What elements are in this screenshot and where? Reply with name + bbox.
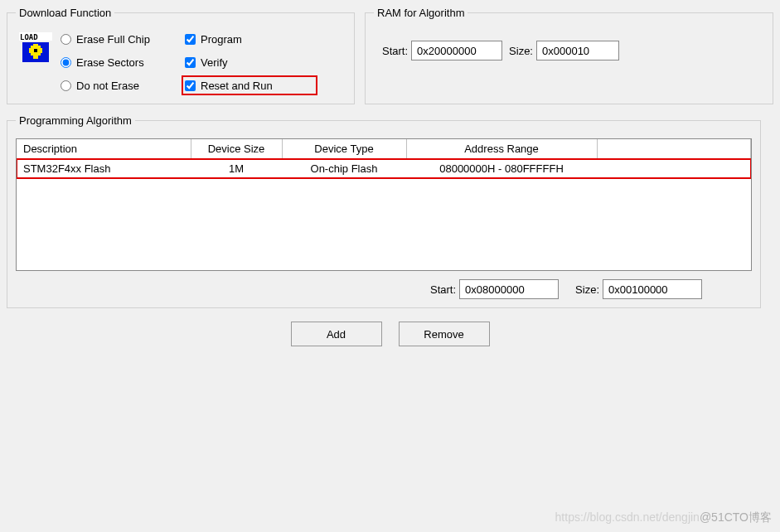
svg-rect-8	[34, 49, 37, 52]
algorithm-table-wrap: Description Device Size Device Type Addr…	[16, 138, 752, 271]
svg-rect-6	[29, 48, 32, 53]
reset-and-run-checkbox[interactable]	[185, 80, 196, 91]
ram-start-input[interactable]	[411, 41, 502, 60]
algo-start-label: Start:	[430, 283, 456, 296]
ram-size-input[interactable]	[536, 41, 619, 60]
download-function-group: Download Function LOAD Erase Full Chip	[7, 7, 355, 104]
svg-rect-7	[39, 48, 42, 53]
reset-and-run-label: Reset and Run	[201, 80, 273, 92]
programming-algorithm-group: Programming Algorithm Description Device…	[7, 114, 761, 308]
cell-spacer	[597, 159, 751, 179]
watermark: https://blog.csdn.net/dengjin@51CTO博客	[555, 510, 772, 525]
erase-sectors-option[interactable]: Erase Sectors	[61, 52, 177, 72]
programming-algorithm-legend: Programming Algorithm	[16, 114, 135, 127]
col-description[interactable]: Description	[17, 139, 191, 159]
ram-for-algorithm-legend: RAM for Algorithm	[374, 7, 468, 19]
erase-full-chip-radio[interactable]	[61, 34, 71, 45]
col-device-type[interactable]: Device Type	[282, 139, 406, 159]
ram-for-algorithm-group: RAM for Algorithm Start: Size:	[365, 7, 773, 104]
col-address-range[interactable]: Address Range	[406, 139, 597, 159]
algo-size-label: Size:	[575, 283, 599, 296]
watermark-url: https://blog.csdn.net/dengjin	[555, 510, 700, 524]
svg-rect-4	[33, 44, 38, 47]
erase-full-chip-label: Erase Full Chip	[76, 33, 150, 46]
load-icon: LOAD	[19, 32, 52, 65]
program-option[interactable]: Program	[185, 29, 317, 49]
verify-checkbox[interactable]	[185, 57, 196, 68]
cell-address-range: 08000000H - 080FFFFFH	[406, 159, 597, 179]
watermark-text: @51CTO博客	[700, 510, 772, 524]
svg-rect-5	[33, 56, 38, 59]
erase-sectors-radio[interactable]	[61, 57, 71, 68]
do-not-erase-radio[interactable]	[61, 80, 71, 91]
verify-label: Verify	[201, 56, 228, 69]
algo-size-input[interactable]	[603, 279, 702, 299]
ram-start-label: Start:	[382, 45, 408, 57]
table-row[interactable]: STM32F4xx Flash 1M On-chip Flash 0800000…	[17, 159, 751, 179]
ram-size-label: Size:	[509, 45, 533, 57]
do-not-erase-option[interactable]: Do not Erase	[61, 75, 177, 95]
cell-device-size: 1M	[191, 159, 282, 179]
do-not-erase-label: Do not Erase	[76, 80, 139, 92]
col-device-size[interactable]: Device Size	[191, 139, 282, 159]
cell-description: STM32F4xx Flash	[17, 159, 191, 179]
remove-button[interactable]: Remove	[399, 322, 490, 346]
erase-full-chip-option[interactable]: Erase Full Chip	[61, 29, 177, 49]
program-checkbox[interactable]	[185, 34, 196, 45]
program-label: Program	[201, 33, 242, 46]
add-button[interactable]: Add	[291, 322, 382, 346]
svg-text:LOAD: LOAD	[20, 33, 38, 41]
verify-option[interactable]: Verify	[185, 52, 317, 72]
algo-start-input[interactable]	[459, 279, 559, 299]
erase-sectors-label: Erase Sectors	[76, 56, 144, 69]
reset-and-run-option[interactable]: Reset and Run	[182, 75, 317, 95]
algorithm-table: Description Device Size Device Type Addr…	[17, 139, 751, 178]
cell-device-type: On-chip Flash	[282, 159, 406, 179]
download-function-legend: Download Function	[16, 7, 114, 19]
col-spacer	[597, 139, 751, 159]
